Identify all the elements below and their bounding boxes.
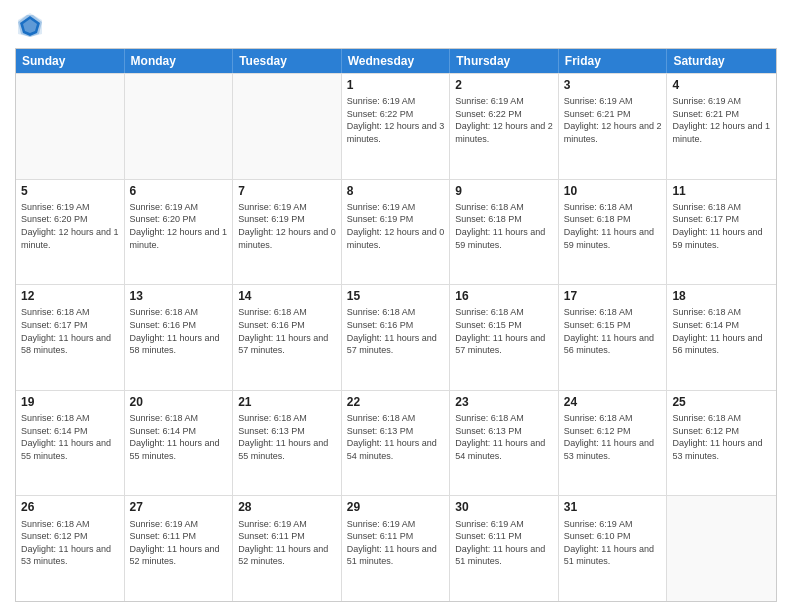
day-number: 14 xyxy=(238,288,336,304)
calendar-body: 1Sunrise: 6:19 AM Sunset: 6:22 PM Daylig… xyxy=(16,73,776,601)
calendar-cell-19: 19Sunrise: 6:18 AM Sunset: 6:14 PM Dayli… xyxy=(16,391,125,496)
calendar-cell-2: 2Sunrise: 6:19 AM Sunset: 6:22 PM Daylig… xyxy=(450,74,559,179)
day-number: 18 xyxy=(672,288,771,304)
day-info: Sunrise: 6:18 AM Sunset: 6:14 PM Dayligh… xyxy=(21,412,119,462)
weekday-header-friday: Friday xyxy=(559,49,668,73)
day-info: Sunrise: 6:19 AM Sunset: 6:11 PM Dayligh… xyxy=(455,518,553,568)
calendar-cell-9: 9Sunrise: 6:18 AM Sunset: 6:18 PM Daylig… xyxy=(450,180,559,285)
weekday-header-thursday: Thursday xyxy=(450,49,559,73)
day-number: 26 xyxy=(21,499,119,515)
calendar-cell-6: 6Sunrise: 6:19 AM Sunset: 6:20 PM Daylig… xyxy=(125,180,234,285)
day-info: Sunrise: 6:18 AM Sunset: 6:12 PM Dayligh… xyxy=(564,412,662,462)
day-info: Sunrise: 6:18 AM Sunset: 6:12 PM Dayligh… xyxy=(21,518,119,568)
day-number: 11 xyxy=(672,183,771,199)
calendar-cell-empty-0-2 xyxy=(233,74,342,179)
logo-icon xyxy=(15,10,45,40)
day-number: 31 xyxy=(564,499,662,515)
day-info: Sunrise: 6:19 AM Sunset: 6:19 PM Dayligh… xyxy=(347,201,445,251)
day-number: 30 xyxy=(455,499,553,515)
day-number: 9 xyxy=(455,183,553,199)
calendar-cell-11: 11Sunrise: 6:18 AM Sunset: 6:17 PM Dayli… xyxy=(667,180,776,285)
day-number: 23 xyxy=(455,394,553,410)
calendar-cell-31: 31Sunrise: 6:19 AM Sunset: 6:10 PM Dayli… xyxy=(559,496,668,601)
day-info: Sunrise: 6:18 AM Sunset: 6:16 PM Dayligh… xyxy=(238,306,336,356)
day-info: Sunrise: 6:18 AM Sunset: 6:15 PM Dayligh… xyxy=(564,306,662,356)
calendar-cell-16: 16Sunrise: 6:18 AM Sunset: 6:15 PM Dayli… xyxy=(450,285,559,390)
calendar-header: SundayMondayTuesdayWednesdayThursdayFrid… xyxy=(16,49,776,73)
day-number: 28 xyxy=(238,499,336,515)
day-number: 19 xyxy=(21,394,119,410)
day-info: Sunrise: 6:18 AM Sunset: 6:18 PM Dayligh… xyxy=(455,201,553,251)
day-info: Sunrise: 6:19 AM Sunset: 6:19 PM Dayligh… xyxy=(238,201,336,251)
calendar-cell-14: 14Sunrise: 6:18 AM Sunset: 6:16 PM Dayli… xyxy=(233,285,342,390)
calendar-cell-27: 27Sunrise: 6:19 AM Sunset: 6:11 PM Dayli… xyxy=(125,496,234,601)
day-info: Sunrise: 6:18 AM Sunset: 6:17 PM Dayligh… xyxy=(21,306,119,356)
day-number: 21 xyxy=(238,394,336,410)
calendar-cell-empty-0-0 xyxy=(16,74,125,179)
day-number: 25 xyxy=(672,394,771,410)
page: SundayMondayTuesdayWednesdayThursdayFrid… xyxy=(0,0,792,612)
logo xyxy=(15,10,49,40)
day-number: 27 xyxy=(130,499,228,515)
day-info: Sunrise: 6:19 AM Sunset: 6:11 PM Dayligh… xyxy=(130,518,228,568)
day-number: 7 xyxy=(238,183,336,199)
day-number: 12 xyxy=(21,288,119,304)
day-number: 2 xyxy=(455,77,553,93)
day-info: Sunrise: 6:18 AM Sunset: 6:16 PM Dayligh… xyxy=(130,306,228,356)
day-number: 17 xyxy=(564,288,662,304)
day-number: 13 xyxy=(130,288,228,304)
calendar-cell-12: 12Sunrise: 6:18 AM Sunset: 6:17 PM Dayli… xyxy=(16,285,125,390)
day-info: Sunrise: 6:18 AM Sunset: 6:13 PM Dayligh… xyxy=(455,412,553,462)
calendar-cell-empty-0-1 xyxy=(125,74,234,179)
day-info: Sunrise: 6:18 AM Sunset: 6:17 PM Dayligh… xyxy=(672,201,771,251)
weekday-header-tuesday: Tuesday xyxy=(233,49,342,73)
day-number: 10 xyxy=(564,183,662,199)
day-info: Sunrise: 6:19 AM Sunset: 6:10 PM Dayligh… xyxy=(564,518,662,568)
calendar-cell-22: 22Sunrise: 6:18 AM Sunset: 6:13 PM Dayli… xyxy=(342,391,451,496)
calendar-cell-7: 7Sunrise: 6:19 AM Sunset: 6:19 PM Daylig… xyxy=(233,180,342,285)
day-number: 22 xyxy=(347,394,445,410)
calendar-cell-20: 20Sunrise: 6:18 AM Sunset: 6:14 PM Dayli… xyxy=(125,391,234,496)
calendar-cell-4: 4Sunrise: 6:19 AM Sunset: 6:21 PM Daylig… xyxy=(667,74,776,179)
day-number: 15 xyxy=(347,288,445,304)
day-number: 5 xyxy=(21,183,119,199)
weekday-header-saturday: Saturday xyxy=(667,49,776,73)
weekday-header-monday: Monday xyxy=(125,49,234,73)
day-info: Sunrise: 6:18 AM Sunset: 6:13 PM Dayligh… xyxy=(238,412,336,462)
calendar: SundayMondayTuesdayWednesdayThursdayFrid… xyxy=(15,48,777,602)
calendar-cell-25: 25Sunrise: 6:18 AM Sunset: 6:12 PM Dayli… xyxy=(667,391,776,496)
day-info: Sunrise: 6:18 AM Sunset: 6:12 PM Dayligh… xyxy=(672,412,771,462)
calendar-cell-18: 18Sunrise: 6:18 AM Sunset: 6:14 PM Dayli… xyxy=(667,285,776,390)
calendar-cell-29: 29Sunrise: 6:19 AM Sunset: 6:11 PM Dayli… xyxy=(342,496,451,601)
calendar-row-1: 5Sunrise: 6:19 AM Sunset: 6:20 PM Daylig… xyxy=(16,179,776,285)
weekday-header-wednesday: Wednesday xyxy=(342,49,451,73)
weekday-header-sunday: Sunday xyxy=(16,49,125,73)
day-info: Sunrise: 6:18 AM Sunset: 6:13 PM Dayligh… xyxy=(347,412,445,462)
calendar-cell-10: 10Sunrise: 6:18 AM Sunset: 6:18 PM Dayli… xyxy=(559,180,668,285)
calendar-cell-17: 17Sunrise: 6:18 AM Sunset: 6:15 PM Dayli… xyxy=(559,285,668,390)
calendar-cell-15: 15Sunrise: 6:18 AM Sunset: 6:16 PM Dayli… xyxy=(342,285,451,390)
day-number: 24 xyxy=(564,394,662,410)
calendar-cell-13: 13Sunrise: 6:18 AM Sunset: 6:16 PM Dayli… xyxy=(125,285,234,390)
day-number: 8 xyxy=(347,183,445,199)
day-number: 4 xyxy=(672,77,771,93)
calendar-cell-3: 3Sunrise: 6:19 AM Sunset: 6:21 PM Daylig… xyxy=(559,74,668,179)
day-info: Sunrise: 6:19 AM Sunset: 6:11 PM Dayligh… xyxy=(238,518,336,568)
day-info: Sunrise: 6:19 AM Sunset: 6:21 PM Dayligh… xyxy=(672,95,771,145)
day-info: Sunrise: 6:19 AM Sunset: 6:11 PM Dayligh… xyxy=(347,518,445,568)
header xyxy=(15,10,777,40)
calendar-cell-empty-4-6 xyxy=(667,496,776,601)
calendar-cell-26: 26Sunrise: 6:18 AM Sunset: 6:12 PM Dayli… xyxy=(16,496,125,601)
day-info: Sunrise: 6:18 AM Sunset: 6:16 PM Dayligh… xyxy=(347,306,445,356)
day-number: 6 xyxy=(130,183,228,199)
day-info: Sunrise: 6:18 AM Sunset: 6:15 PM Dayligh… xyxy=(455,306,553,356)
calendar-cell-5: 5Sunrise: 6:19 AM Sunset: 6:20 PM Daylig… xyxy=(16,180,125,285)
day-info: Sunrise: 6:18 AM Sunset: 6:14 PM Dayligh… xyxy=(130,412,228,462)
day-info: Sunrise: 6:19 AM Sunset: 6:22 PM Dayligh… xyxy=(347,95,445,145)
calendar-row-0: 1Sunrise: 6:19 AM Sunset: 6:22 PM Daylig… xyxy=(16,73,776,179)
day-number: 16 xyxy=(455,288,553,304)
calendar-cell-30: 30Sunrise: 6:19 AM Sunset: 6:11 PM Dayli… xyxy=(450,496,559,601)
day-info: Sunrise: 6:19 AM Sunset: 6:20 PM Dayligh… xyxy=(21,201,119,251)
calendar-cell-23: 23Sunrise: 6:18 AM Sunset: 6:13 PM Dayli… xyxy=(450,391,559,496)
calendar-cell-21: 21Sunrise: 6:18 AM Sunset: 6:13 PM Dayli… xyxy=(233,391,342,496)
